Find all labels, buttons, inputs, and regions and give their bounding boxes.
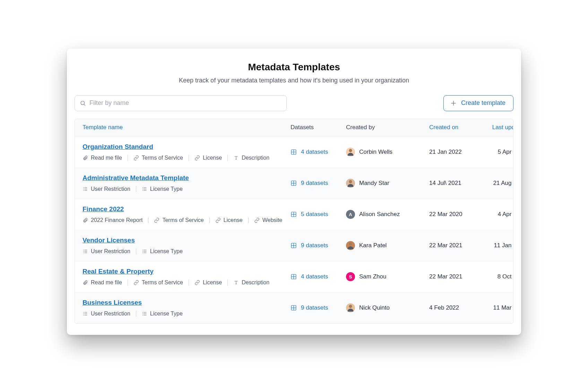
creator-name: Nick Quinto	[359, 304, 390, 311]
template-name-link[interactable]: Finance 2022	[83, 205, 124, 213]
cell-name: Administrative Metadata TemplateUser Res…	[83, 174, 291, 192]
col-template-name[interactable]: Template name	[83, 124, 291, 131]
svg-line-1	[84, 104, 85, 105]
tag-label: Terms of Service	[142, 279, 183, 286]
tag-chip: User Restriction	[83, 311, 136, 317]
templates-table: Template name Datasets Created by Create…	[75, 119, 513, 324]
list-icon	[83, 186, 88, 192]
cell-creator: Corbin Wells	[346, 148, 429, 157]
tag-label: Description	[242, 155, 269, 161]
cell-name: Real Estate & PropertyRead me fileTerms …	[83, 268, 291, 286]
cell-created-on: 22 Mar 2020	[429, 211, 485, 218]
grid-icon	[291, 211, 297, 217]
col-datasets: Datasets	[291, 124, 346, 131]
grid-icon	[291, 305, 297, 311]
cell-name: Organization StandardRead me fileTerms o…	[83, 143, 291, 161]
tag-label: 2022 Finance Report	[91, 217, 142, 223]
create-template-label: Create template	[461, 99, 505, 107]
text-icon	[233, 280, 239, 285]
tag-label: License	[203, 155, 222, 161]
plus-icon	[450, 100, 457, 107]
tag-label: Terms of Service	[142, 155, 183, 161]
tag-chip: 2022 Finance Report	[83, 217, 148, 223]
tag-chip: Read me file	[83, 155, 128, 161]
link-icon	[194, 280, 200, 285]
datasets-link[interactable]: 4 datasets	[291, 149, 346, 155]
tag-chip: Read me file	[83, 279, 128, 286]
attachment-icon	[83, 280, 88, 285]
templates-panel: Metadata Templates Keep track of your me…	[67, 48, 521, 335]
creator-name: Mandy Star	[359, 180, 389, 187]
tag-chip: Description	[227, 155, 275, 161]
datasets-count: 9 datasets	[301, 242, 328, 249]
tag-chip: License Type	[136, 248, 188, 255]
template-name-link[interactable]: Real Estate & Property	[83, 268, 154, 275]
link-icon	[215, 217, 221, 223]
tag-label: Read me file	[91, 155, 122, 161]
creator-name: Corbin Wells	[359, 149, 392, 155]
create-template-button[interactable]: Create template	[443, 95, 513, 111]
search-input[interactable]	[89, 99, 282, 107]
cell-creator: SSam Zhou	[346, 272, 429, 281]
list-icon	[142, 311, 147, 317]
cell-last-updated: 11 Mar 2022	[485, 304, 513, 311]
datasets-count: 4 datasets	[301, 149, 328, 155]
datasets-link[interactable]: 9 datasets	[291, 242, 346, 249]
tag-chip: Description	[227, 279, 275, 286]
list-icon	[83, 249, 88, 254]
avatar	[346, 241, 355, 250]
table-row: Finance 20222022 Finance ReportTerms of …	[75, 199, 513, 230]
search-icon	[80, 100, 86, 106]
tag-label: Read me file	[91, 279, 122, 286]
tag-chip: License	[209, 217, 248, 223]
list-icon	[142, 249, 147, 254]
datasets-count: 9 datasets	[301, 180, 328, 187]
toolbar: Create template	[75, 95, 513, 111]
tag-label: User Restriction	[91, 311, 130, 317]
template-name-link[interactable]: Vendor Licenses	[83, 237, 135, 244]
datasets-link[interactable]: 4 datasets	[291, 273, 346, 280]
link-icon	[133, 280, 139, 285]
cell-created-on: 4 Feb 2022	[429, 304, 485, 311]
grid-icon	[291, 149, 297, 155]
template-name-link[interactable]: Administrative Metadata Template	[83, 174, 189, 182]
table-row: Real Estate & PropertyRead me fileTerms …	[75, 261, 513, 292]
template-name-link[interactable]: Organization Standard	[83, 143, 153, 151]
tag-chip: Website	[248, 217, 288, 223]
col-created-on[interactable]: Created on	[429, 124, 485, 131]
datasets-link[interactable]: 9 datasets	[291, 180, 346, 187]
tag-label: User Restriction	[91, 248, 130, 255]
cell-name: Vendor LicensesUser RestrictionLicense T…	[83, 237, 291, 255]
tag-chip: License	[189, 279, 227, 286]
link-icon	[194, 155, 200, 161]
col-created-by: Created by	[346, 124, 429, 131]
search-input-wrapper[interactable]	[75, 95, 287, 111]
cell-created-on: 21 Jan 2022	[429, 149, 485, 155]
cell-creator: Mandy Star	[346, 179, 429, 188]
creator-name: Sam Zhou	[359, 273, 386, 280]
cell-name: Finance 20222022 Finance ReportTerms of …	[83, 205, 291, 223]
grid-icon	[291, 274, 297, 280]
table-row: Business LicensesUser RestrictionLicense…	[75, 292, 513, 323]
link-icon	[254, 217, 260, 223]
col-last-updated[interactable]: Last updated	[485, 124, 513, 131]
datasets-link[interactable]: 9 datasets	[291, 304, 346, 311]
table-header: Template name Datasets Created by Create…	[75, 119, 513, 136]
datasets-link[interactable]: 5 datasets	[291, 211, 346, 218]
link-icon	[154, 217, 159, 223]
table-row: Vendor LicensesUser RestrictionLicense T…	[75, 230, 513, 261]
table-row: Organization StandardRead me fileTerms o…	[75, 136, 513, 168]
grid-icon	[291, 180, 297, 186]
tag-label: License	[203, 279, 222, 286]
cell-last-updated: 8 Oct 2021	[485, 273, 513, 280]
list-icon	[142, 186, 147, 192]
cell-creator: Nick Quinto	[346, 303, 429, 312]
list-icon	[83, 311, 88, 317]
tag-chip: Terms of Service	[128, 279, 189, 286]
tag-chip: License Type	[136, 186, 188, 192]
tag-chip: License	[189, 155, 227, 161]
template-name-link[interactable]: Business Licenses	[83, 299, 142, 306]
cell-created-on: 22 Mar 2021	[429, 242, 485, 249]
datasets-count: 5 datasets	[301, 211, 328, 218]
tag-label: License Type	[150, 248, 183, 255]
